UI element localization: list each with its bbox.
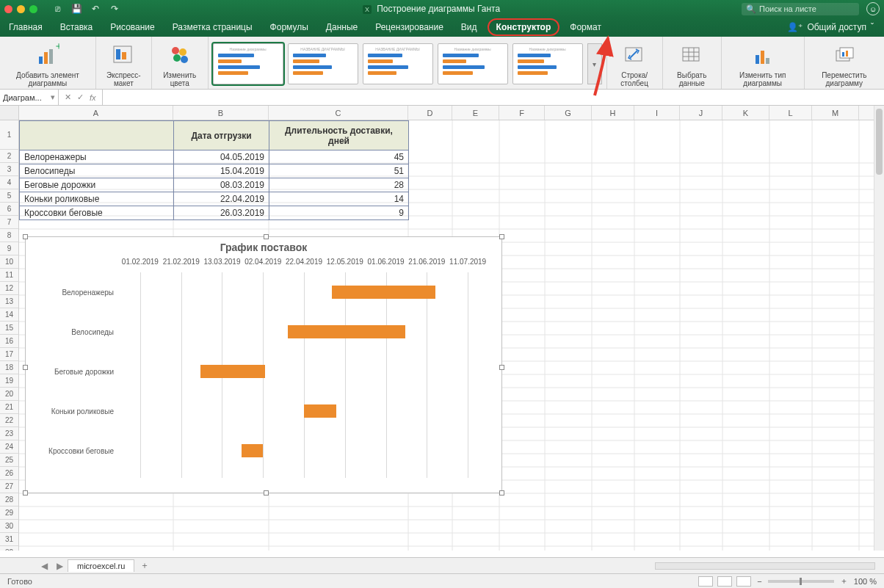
column-header[interactable]: H	[592, 106, 634, 120]
cell-days[interactable]: 9	[269, 206, 409, 220]
row-header[interactable]: 16	[0, 335, 19, 348]
row-header[interactable]: 27	[0, 480, 19, 493]
tab-home[interactable]: Главная	[0, 18, 51, 37]
cell-name[interactable]: Кроссовки беговые	[20, 206, 174, 220]
row-header[interactable]: 19	[0, 374, 19, 388]
sheet-nav-prev[interactable]: ◀	[37, 561, 52, 571]
cell-name[interactable]: Велоренажеры	[20, 150, 174, 164]
cell-date[interactable]: 04.05.2019	[174, 150, 269, 164]
row-header[interactable]: 14	[0, 308, 19, 322]
chart-style-thumb[interactable]: Название диаграммы	[512, 43, 583, 84]
zoom-out-button[interactable]: −	[757, 577, 761, 586]
cell-name[interactable]: Коньки роликовые	[20, 192, 174, 206]
redo-icon[interactable]: ↷	[108, 2, 121, 15]
zoom-level[interactable]: 100 %	[854, 577, 877, 586]
zoom-slider[interactable]	[768, 580, 834, 583]
row-header[interactable]: 23	[0, 427, 19, 440]
undo-icon[interactable]: ↶	[89, 2, 102, 15]
save-icon[interactable]: 💾	[70, 2, 83, 15]
add-chart-element-button[interactable]: ＋ Добавить элемент диаграммы	[0, 37, 96, 89]
row-header[interactable]: 2	[0, 150, 19, 163]
row-header[interactable]: 7	[0, 216, 19, 229]
row-header[interactable]: 20	[0, 388, 19, 401]
column-header[interactable]: M	[812, 106, 859, 120]
column-header[interactable]: I	[634, 106, 680, 120]
add-sheet-button[interactable]: ＋	[134, 558, 155, 573]
account-icon[interactable]: ☺	[866, 2, 880, 15]
quick-layout-button[interactable]: Экспресс-макет	[96, 37, 152, 89]
cancel-icon[interactable]: ✕	[65, 92, 71, 102]
row-header[interactable]: 8	[0, 229, 19, 242]
sheet-nav-next[interactable]: ▶	[52, 561, 68, 571]
select-all-corner[interactable]	[0, 106, 19, 120]
row-header[interactable]: 6	[0, 203, 19, 216]
tab-view[interactable]: Вид	[452, 18, 486, 37]
column-header[interactable]: G	[545, 106, 592, 120]
gantt-chart[interactable]: График поставок 01.02.201921.02.201913.0…	[25, 236, 502, 493]
column-header[interactable]: L	[769, 106, 812, 120]
row-header[interactable]: 26	[0, 467, 19, 480]
confirm-icon[interactable]: ✓	[77, 92, 84, 102]
sheet-tab[interactable]: microexcel.ru	[68, 559, 134, 572]
search-input[interactable]: 🔍 Поиск на листе	[742, 3, 859, 15]
column-header[interactable]: B	[173, 106, 269, 120]
row-header[interactable]: 3	[0, 163, 19, 176]
change-colors-button[interactable]: Изменить цвета	[152, 37, 209, 89]
cell-date[interactable]: 26.03.2019	[174, 206, 269, 220]
tab-review[interactable]: Рецензирование	[366, 18, 452, 37]
cell-days[interactable]: 28	[269, 178, 409, 192]
fx-icon[interactable]: fx	[90, 93, 96, 102]
row-header[interactable]: 13	[0, 295, 19, 308]
cell-date[interactable]: 08.03.2019	[174, 178, 269, 192]
cell-days[interactable]: 45	[269, 150, 409, 164]
row-header[interactable]: 30	[0, 520, 19, 533]
zoom-window-button[interactable]	[29, 5, 37, 13]
row-header[interactable]: 11	[0, 269, 19, 282]
cell-date[interactable]: 15.04.2019	[174, 164, 269, 178]
close-window-button[interactable]	[4, 5, 12, 13]
chart-style-thumb[interactable]: Название диаграммы	[213, 43, 283, 84]
zoom-in-button[interactable]: ＋	[840, 576, 848, 587]
row-header[interactable]: 10	[0, 255, 19, 269]
view-page-break-button[interactable]	[736, 576, 751, 587]
column-header[interactable]: C	[269, 106, 408, 120]
switch-row-column-button[interactable]: Строка/столбец	[607, 37, 663, 89]
vertical-scrollbar[interactable]	[874, 106, 884, 551]
chart-style-thumb[interactable]: Название диаграммы	[438, 43, 508, 84]
row-header[interactable]: 31	[0, 533, 19, 546]
row-header[interactable]: 5	[0, 189, 19, 203]
gantt-bar[interactable]	[242, 444, 262, 457]
column-header[interactable]: J	[680, 106, 722, 120]
share-button[interactable]: 👤⁺ Общий доступ ˇ	[777, 18, 884, 37]
row-header[interactable]: 9	[0, 242, 19, 255]
gallery-more-button[interactable]: ▾	[587, 43, 602, 84]
tab-draw[interactable]: Рисование	[101, 18, 163, 37]
cell-days[interactable]: 51	[269, 164, 409, 178]
row-header[interactable]: 24	[0, 440, 19, 454]
formula-input[interactable]	[103, 90, 884, 105]
tab-formulas[interactable]: Формулы	[261, 18, 317, 37]
row-header[interactable]: 21	[0, 401, 19, 414]
worksheet-grid[interactable]: ABCDEFGHIJKLM 12345678910111213141516171…	[0, 106, 884, 551]
horizontal-scrollbar[interactable]	[655, 562, 875, 570]
cell-name[interactable]: Беговые дорожки	[20, 178, 174, 192]
row-header[interactable]: 1	[0, 120, 19, 150]
column-header[interactable]: E	[452, 106, 499, 120]
row-header[interactable]: 32	[0, 546, 19, 551]
row-header[interactable]: 22	[0, 414, 19, 427]
row-header[interactable]: 18	[0, 361, 19, 374]
row-header[interactable]: 25	[0, 454, 19, 467]
view-page-layout-button[interactable]	[717, 576, 732, 587]
select-data-button[interactable]: Выбрать данные	[663, 37, 722, 89]
chart-style-thumb[interactable]: НАЗВАНИЕ ДИАГРАММЫ	[288, 43, 358, 84]
cell-name[interactable]: Велосипеды	[20, 164, 174, 178]
column-header[interactable]: F	[499, 106, 545, 120]
row-header[interactable]: 28	[0, 493, 19, 507]
change-chart-type-button[interactable]: Изменить тип диаграммы	[722, 37, 805, 89]
gantt-bar[interactable]	[332, 286, 435, 299]
tab-format[interactable]: Формат	[561, 18, 610, 37]
row-header[interactable]: 12	[0, 282, 19, 295]
tab-insert[interactable]: Вставка	[51, 18, 102, 37]
gantt-bar[interactable]	[200, 365, 265, 378]
move-chart-button[interactable]: Переместить диаграмму	[805, 37, 884, 89]
